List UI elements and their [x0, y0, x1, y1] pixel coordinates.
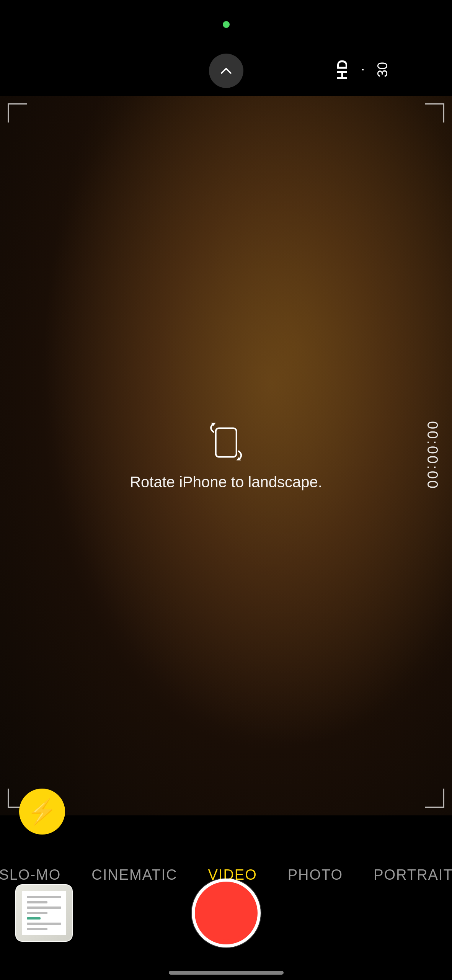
top-controls: HD · 30 [0, 46, 452, 96]
mode-photo[interactable]: PHOTO [273, 867, 358, 883]
flash-button[interactable]: ⚡ [19, 789, 65, 835]
bottom-controls [0, 888, 452, 965]
camera-indicator-dot [223, 21, 230, 28]
recording-timer: 00:00:00 [424, 421, 441, 490]
flash-icon: ⚡ [27, 797, 57, 826]
rotate-hint: Rotate iPhone to landscape. [130, 421, 322, 491]
resolution-badge: HD · 30 [336, 59, 391, 80]
bottom-area: ⚡ SLO-MO CINEMATIC VIDEO PHOTO PORTRAIT [0, 815, 452, 980]
corner-bracket-tr [425, 103, 444, 122]
mode-slo-mo[interactable]: SLO-MO [0, 867, 76, 883]
last-photo-thumbnail[interactable] [15, 884, 73, 942]
mode-portrait[interactable]: PORTRAIT [358, 867, 452, 883]
rotate-icon [205, 421, 247, 463]
mode-cinematic[interactable]: CINEMATIC [76, 867, 193, 883]
separator-dot: · [354, 68, 370, 72]
record-button-inner [199, 886, 253, 940]
home-indicator [169, 971, 284, 975]
svg-rect-0 [215, 428, 236, 457]
hd-label: HD [336, 59, 349, 80]
thumbnail-image [16, 885, 72, 941]
rotate-hint-text: Rotate iPhone to landscape. [130, 474, 322, 491]
camera-viewfinder: Rotate iPhone to landscape. 00:00:00 [0, 96, 452, 815]
corner-bracket-tl [8, 103, 27, 122]
corner-bracket-br [425, 789, 444, 808]
record-button[interactable] [192, 879, 261, 947]
status-bar [0, 0, 452, 46]
collapse-button[interactable] [209, 54, 243, 88]
fps-label: 30 [375, 62, 391, 77]
